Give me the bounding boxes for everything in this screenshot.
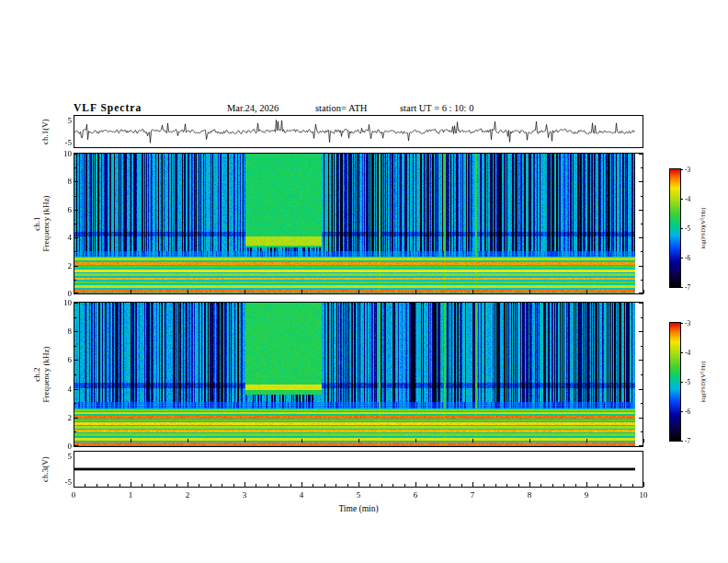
colorbar-tick — [680, 411, 683, 412]
freq-tick-label: 0 — [55, 289, 72, 298]
x-minor-tick — [461, 484, 462, 487]
colorbar-gradient — [670, 169, 680, 287]
freq-tick — [639, 418, 643, 419]
x-major-tick — [358, 439, 359, 442]
freq-tick — [74, 251, 76, 252]
x-major-tick — [188, 290, 188, 293]
freq-tick — [639, 237, 643, 238]
station-label: station= ATH — [315, 103, 367, 113]
x-major-tick — [245, 290, 245, 293]
freq-tick — [74, 167, 76, 168]
freq-tick — [639, 331, 643, 332]
freq-tick-label: 8 — [55, 327, 72, 336]
frequency-axis-label: Frequency (kHz) — [41, 195, 51, 251]
x-minor-tick — [336, 484, 336, 487]
freq-tick — [639, 266, 643, 267]
colorbar-tick-label: -7 — [685, 283, 690, 292]
freq-tick — [74, 154, 78, 155]
freq-tick — [641, 431, 643, 432]
x-major-tick — [586, 290, 587, 293]
x-major-tick — [529, 482, 530, 487]
x-minor-tick — [620, 484, 621, 487]
x-major-tick — [74, 439, 74, 442]
ch3-waveform-ylabel: ch.3(V) — [40, 456, 50, 482]
colorbar-tick — [680, 323, 683, 324]
colorbar-tick-label: -7 — [685, 437, 690, 445]
colorbar-tick — [680, 352, 683, 353]
freq-tick — [641, 346, 643, 347]
colorbar-tick-label: -3 — [685, 319, 690, 327]
freq-tick — [74, 389, 78, 390]
x-tick-label: 9 — [575, 490, 597, 500]
x-minor-tick — [518, 484, 519, 487]
colorbar-gradient — [670, 323, 680, 441]
x-major-tick — [188, 482, 188, 487]
figure-date: Mar.24, 2026 — [227, 103, 279, 113]
x-minor-tick — [575, 484, 576, 487]
freq-tick — [639, 445, 643, 446]
frequency-axis-label: Frequency (kHz) — [41, 346, 51, 402]
volt-tick-label: -5 — [55, 477, 72, 487]
x-minor-tick — [449, 484, 450, 487]
x-minor-tick — [85, 484, 85, 487]
freq-tick — [74, 224, 76, 224]
x-major-tick — [415, 290, 416, 293]
colorbar-tick — [680, 169, 683, 170]
ch2-spectrogram-canvas — [74, 303, 643, 446]
x-minor-tick — [290, 484, 291, 487]
x-minor-tick — [506, 484, 507, 487]
freq-tick — [639, 303, 643, 304]
x-tick-label: 1 — [119, 490, 142, 500]
colorbar-tick — [680, 287, 683, 288]
x-tick-label: 0 — [63, 490, 85, 500]
ch1-waveform-canvas — [74, 116, 643, 147]
x-minor-tick — [279, 484, 279, 487]
x-minor-tick — [632, 484, 633, 487]
vlf-spectra-figure: VLF Spectra Mar.24, 2026 station= ATH st… — [0, 0, 728, 563]
freq-tick-label: 8 — [55, 177, 72, 186]
freq-tick — [74, 210, 78, 211]
x-minor-tick — [540, 484, 541, 487]
x-tick-label: 5 — [347, 490, 370, 500]
colorbar-tick — [680, 258, 683, 259]
x-minor-tick — [438, 484, 439, 487]
x-minor-tick — [427, 484, 427, 487]
freq-tick — [74, 196, 76, 197]
freq-tick — [639, 360, 643, 361]
x-minor-tick — [609, 484, 610, 487]
colorbar-tick-label: -6 — [685, 254, 690, 262]
freq-tick — [74, 418, 78, 419]
figure-title: VLF Spectra — [74, 102, 142, 113]
volt-tick-label: 5 — [55, 452, 72, 461]
x-minor-tick — [165, 484, 165, 487]
freq-tick — [74, 181, 78, 182]
ch1-label: ch.1 — [32, 195, 41, 251]
freq-tick — [641, 317, 643, 318]
colorbar-tick-label: -6 — [685, 408, 690, 416]
freq-tick — [641, 374, 643, 375]
x-minor-tick — [256, 484, 256, 487]
x-major-tick — [472, 290, 473, 293]
x-major-tick — [643, 290, 644, 293]
freq-tick-label: 4 — [55, 385, 72, 394]
freq-tick-label: 2 — [55, 261, 72, 270]
freq-tick — [74, 403, 76, 404]
freq-tick — [641, 403, 643, 404]
freq-tick — [74, 445, 78, 446]
freq-tick — [74, 237, 78, 238]
x-major-tick — [358, 290, 359, 293]
ch1-waveform-panel — [74, 115, 643, 148]
x-minor-tick — [324, 484, 325, 487]
freq-tick — [74, 303, 78, 304]
freq-tick-label: 6 — [55, 355, 72, 364]
x-major-tick — [301, 439, 302, 442]
x-minor-tick — [108, 484, 108, 487]
freq-tick — [639, 389, 643, 390]
x-minor-tick — [313, 484, 313, 487]
volt-tick-label: 5 — [55, 116, 72, 125]
x-major-tick — [301, 290, 302, 293]
x-major-tick — [131, 482, 131, 487]
x-minor-tick — [142, 484, 142, 487]
freq-tick-label: 0 — [55, 442, 72, 451]
x-major-tick — [245, 439, 245, 442]
